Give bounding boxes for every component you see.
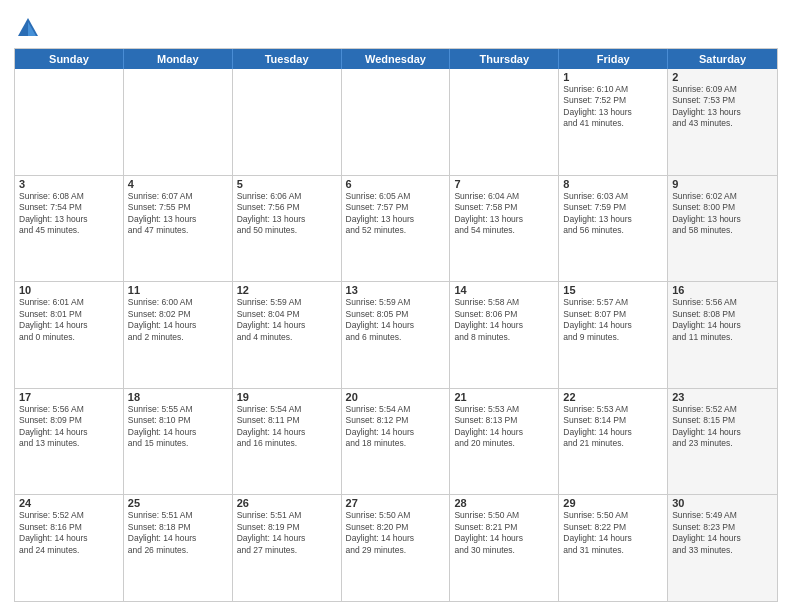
day-info: Sunrise: 5:58 AM Sunset: 8:06 PM Dayligh… (454, 297, 554, 343)
day-number: 10 (19, 284, 119, 296)
day-info: Sunrise: 6:07 AM Sunset: 7:55 PM Dayligh… (128, 191, 228, 237)
calendar-day-20: 20Sunrise: 5:54 AM Sunset: 8:12 PM Dayli… (342, 389, 451, 495)
calendar-day-22: 22Sunrise: 5:53 AM Sunset: 8:14 PM Dayli… (559, 389, 668, 495)
day-info: Sunrise: 5:50 AM Sunset: 8:22 PM Dayligh… (563, 510, 663, 556)
calendar-body: 1Sunrise: 6:10 AM Sunset: 7:52 PM Daylig… (15, 69, 777, 601)
calendar-day-23: 23Sunrise: 5:52 AM Sunset: 8:15 PM Dayli… (668, 389, 777, 495)
day-info: Sunrise: 5:59 AM Sunset: 8:05 PM Dayligh… (346, 297, 446, 343)
day-info: Sunrise: 6:00 AM Sunset: 8:02 PM Dayligh… (128, 297, 228, 343)
header-day-monday: Monday (124, 49, 233, 69)
day-number: 16 (672, 284, 773, 296)
day-number: 22 (563, 391, 663, 403)
day-number: 21 (454, 391, 554, 403)
calendar-week-4: 17Sunrise: 5:56 AM Sunset: 8:09 PM Dayli… (15, 388, 777, 495)
day-info: Sunrise: 5:52 AM Sunset: 8:16 PM Dayligh… (19, 510, 119, 556)
calendar-day-8: 8Sunrise: 6:03 AM Sunset: 7:59 PM Daylig… (559, 176, 668, 282)
day-number: 20 (346, 391, 446, 403)
day-number: 12 (237, 284, 337, 296)
calendar-day-18: 18Sunrise: 5:55 AM Sunset: 8:10 PM Dayli… (124, 389, 233, 495)
calendar-day-7: 7Sunrise: 6:04 AM Sunset: 7:58 PM Daylig… (450, 176, 559, 282)
day-info: Sunrise: 5:49 AM Sunset: 8:23 PM Dayligh… (672, 510, 773, 556)
day-info: Sunrise: 6:04 AM Sunset: 7:58 PM Dayligh… (454, 191, 554, 237)
day-number: 23 (672, 391, 773, 403)
day-number: 13 (346, 284, 446, 296)
day-info: Sunrise: 5:51 AM Sunset: 8:19 PM Dayligh… (237, 510, 337, 556)
calendar-day-2: 2Sunrise: 6:09 AM Sunset: 7:53 PM Daylig… (668, 69, 777, 175)
day-number: 29 (563, 497, 663, 509)
calendar-week-1: 1Sunrise: 6:10 AM Sunset: 7:52 PM Daylig… (15, 69, 777, 175)
day-number: 30 (672, 497, 773, 509)
day-number: 2 (672, 71, 773, 83)
day-info: Sunrise: 6:01 AM Sunset: 8:01 PM Dayligh… (19, 297, 119, 343)
day-number: 14 (454, 284, 554, 296)
day-number: 27 (346, 497, 446, 509)
calendar-day-10: 10Sunrise: 6:01 AM Sunset: 8:01 PM Dayli… (15, 282, 124, 388)
calendar-day-3: 3Sunrise: 6:08 AM Sunset: 7:54 PM Daylig… (15, 176, 124, 282)
day-info: Sunrise: 6:02 AM Sunset: 8:00 PM Dayligh… (672, 191, 773, 237)
day-number: 6 (346, 178, 446, 190)
day-info: Sunrise: 5:53 AM Sunset: 8:13 PM Dayligh… (454, 404, 554, 450)
logo-icon (14, 14, 42, 42)
day-number: 28 (454, 497, 554, 509)
day-number: 1 (563, 71, 663, 83)
day-info: Sunrise: 5:56 AM Sunset: 8:09 PM Dayligh… (19, 404, 119, 450)
header-day-thursday: Thursday (450, 49, 559, 69)
calendar-empty-cell (450, 69, 559, 175)
day-info: Sunrise: 6:09 AM Sunset: 7:53 PM Dayligh… (672, 84, 773, 130)
calendar-day-28: 28Sunrise: 5:50 AM Sunset: 8:21 PM Dayli… (450, 495, 559, 601)
calendar-empty-cell (233, 69, 342, 175)
day-info: Sunrise: 5:59 AM Sunset: 8:04 PM Dayligh… (237, 297, 337, 343)
header-day-sunday: Sunday (15, 49, 124, 69)
day-info: Sunrise: 5:55 AM Sunset: 8:10 PM Dayligh… (128, 404, 228, 450)
logo (14, 14, 46, 42)
calendar-day-29: 29Sunrise: 5:50 AM Sunset: 8:22 PM Dayli… (559, 495, 668, 601)
day-number: 25 (128, 497, 228, 509)
day-number: 3 (19, 178, 119, 190)
day-info: Sunrise: 5:57 AM Sunset: 8:07 PM Dayligh… (563, 297, 663, 343)
header (14, 10, 778, 42)
calendar-day-11: 11Sunrise: 6:00 AM Sunset: 8:02 PM Dayli… (124, 282, 233, 388)
day-number: 7 (454, 178, 554, 190)
day-info: Sunrise: 5:54 AM Sunset: 8:12 PM Dayligh… (346, 404, 446, 450)
day-number: 11 (128, 284, 228, 296)
day-info: Sunrise: 5:53 AM Sunset: 8:14 PM Dayligh… (563, 404, 663, 450)
calendar-day-24: 24Sunrise: 5:52 AM Sunset: 8:16 PM Dayli… (15, 495, 124, 601)
day-info: Sunrise: 6:05 AM Sunset: 7:57 PM Dayligh… (346, 191, 446, 237)
day-info: Sunrise: 5:54 AM Sunset: 8:11 PM Dayligh… (237, 404, 337, 450)
page: SundayMondayTuesdayWednesdayThursdayFrid… (0, 0, 792, 612)
header-day-saturday: Saturday (668, 49, 777, 69)
day-number: 18 (128, 391, 228, 403)
calendar-day-6: 6Sunrise: 6:05 AM Sunset: 7:57 PM Daylig… (342, 176, 451, 282)
day-info: Sunrise: 6:06 AM Sunset: 7:56 PM Dayligh… (237, 191, 337, 237)
calendar-day-25: 25Sunrise: 5:51 AM Sunset: 8:18 PM Dayli… (124, 495, 233, 601)
calendar-empty-cell (342, 69, 451, 175)
day-number: 17 (19, 391, 119, 403)
day-info: Sunrise: 5:56 AM Sunset: 8:08 PM Dayligh… (672, 297, 773, 343)
calendar-empty-cell (15, 69, 124, 175)
day-number: 19 (237, 391, 337, 403)
day-number: 15 (563, 284, 663, 296)
calendar-day-15: 15Sunrise: 5:57 AM Sunset: 8:07 PM Dayli… (559, 282, 668, 388)
calendar-day-30: 30Sunrise: 5:49 AM Sunset: 8:23 PM Dayli… (668, 495, 777, 601)
day-number: 26 (237, 497, 337, 509)
calendar-day-1: 1Sunrise: 6:10 AM Sunset: 7:52 PM Daylig… (559, 69, 668, 175)
calendar-day-9: 9Sunrise: 6:02 AM Sunset: 8:00 PM Daylig… (668, 176, 777, 282)
calendar-day-5: 5Sunrise: 6:06 AM Sunset: 7:56 PM Daylig… (233, 176, 342, 282)
calendar-day-12: 12Sunrise: 5:59 AM Sunset: 8:04 PM Dayli… (233, 282, 342, 388)
day-info: Sunrise: 6:10 AM Sunset: 7:52 PM Dayligh… (563, 84, 663, 130)
day-number: 24 (19, 497, 119, 509)
day-info: Sunrise: 6:03 AM Sunset: 7:59 PM Dayligh… (563, 191, 663, 237)
day-number: 5 (237, 178, 337, 190)
calendar-day-14: 14Sunrise: 5:58 AM Sunset: 8:06 PM Dayli… (450, 282, 559, 388)
calendar-day-4: 4Sunrise: 6:07 AM Sunset: 7:55 PM Daylig… (124, 176, 233, 282)
header-day-wednesday: Wednesday (342, 49, 451, 69)
day-info: Sunrise: 6:08 AM Sunset: 7:54 PM Dayligh… (19, 191, 119, 237)
header-day-tuesday: Tuesday (233, 49, 342, 69)
day-number: 4 (128, 178, 228, 190)
calendar-day-27: 27Sunrise: 5:50 AM Sunset: 8:20 PM Dayli… (342, 495, 451, 601)
calendar-header-row: SundayMondayTuesdayWednesdayThursdayFrid… (15, 49, 777, 69)
header-day-friday: Friday (559, 49, 668, 69)
calendar-day-26: 26Sunrise: 5:51 AM Sunset: 8:19 PM Dayli… (233, 495, 342, 601)
calendar-empty-cell (124, 69, 233, 175)
calendar-day-13: 13Sunrise: 5:59 AM Sunset: 8:05 PM Dayli… (342, 282, 451, 388)
